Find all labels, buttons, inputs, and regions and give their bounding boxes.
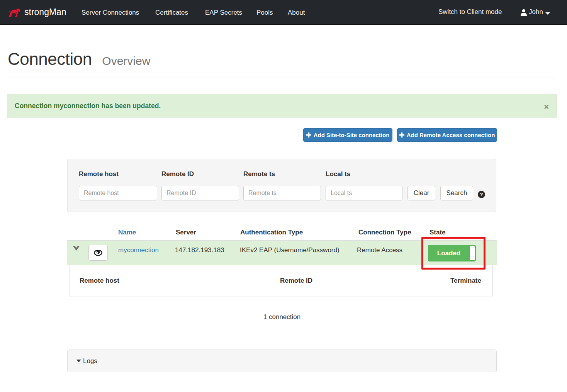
svg-text:?: ?	[480, 192, 483, 197]
